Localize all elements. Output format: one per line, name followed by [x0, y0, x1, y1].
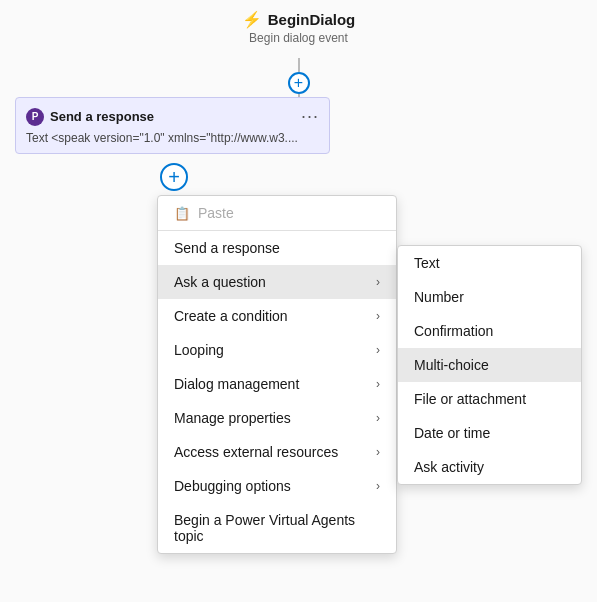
debugging-chevron-icon: › [376, 479, 380, 493]
add-button-main[interactable]: + [160, 163, 188, 191]
response-card-title-container: P Send a response [26, 108, 154, 126]
submenu: Text Number Confirmation Multi-choice Fi… [397, 245, 582, 485]
manage-properties-chevron-icon: › [376, 411, 380, 425]
submenu-item-confirmation-label: Confirmation [414, 323, 493, 339]
begin-dialog-title-container: ⚡ BeginDialog [242, 10, 356, 29]
menu-item-manage-properties[interactable]: Manage properties › [158, 401, 396, 435]
menu-item-send-response[interactable]: Send a response [158, 231, 396, 265]
submenu-item-date-time-label: Date or time [414, 425, 490, 441]
response-card-icon: P [26, 108, 44, 126]
submenu-item-confirmation[interactable]: Confirmation [398, 314, 581, 348]
looping-chevron-icon: › [376, 343, 380, 357]
submenu-item-text-label: Text [414, 255, 440, 271]
menu-item-create-condition-label: Create a condition [174, 308, 288, 324]
response-card-menu-icon[interactable]: ··· [301, 106, 319, 127]
menu-item-create-condition[interactable]: Create a condition › [158, 299, 396, 333]
paste-icon: 📋 [174, 206, 190, 221]
begin-dialog-title-text: BeginDialog [268, 11, 356, 28]
begin-dialog-subtitle: Begin dialog event [249, 31, 348, 45]
menu-item-manage-properties-label: Manage properties [174, 410, 291, 426]
lightning-icon: ⚡ [242, 10, 262, 29]
add-button-top[interactable]: + [288, 72, 310, 94]
menu-item-access-external[interactable]: Access external resources › [158, 435, 396, 469]
submenu-item-file-attachment[interactable]: File or attachment [398, 382, 581, 416]
response-card: P Send a response ··· Text <speak versio… [15, 97, 330, 154]
create-condition-chevron-icon: › [376, 309, 380, 323]
menu-item-paste-label: Paste [198, 205, 234, 221]
menu-item-ask-question-label: Ask a question [174, 274, 266, 290]
menu-item-debugging[interactable]: Debugging options › [158, 469, 396, 503]
access-external-chevron-icon: › [376, 445, 380, 459]
response-card-header: P Send a response ··· [26, 106, 319, 127]
menu-item-send-response-label: Send a response [174, 240, 280, 256]
menu-item-begin-pva-label: Begin a Power Virtual Agents topic [174, 512, 380, 544]
menu-item-ask-question[interactable]: Ask a question › [158, 265, 396, 299]
response-card-title-text: Send a response [50, 109, 154, 124]
submenu-item-multi-choice[interactable]: Multi-choice [398, 348, 581, 382]
submenu-item-file-attachment-label: File or attachment [414, 391, 526, 407]
response-card-body: Text <speak version="1.0" xmlns="http://… [26, 131, 319, 145]
menu-item-looping[interactable]: Looping › [158, 333, 396, 367]
submenu-item-ask-activity[interactable]: Ask activity [398, 450, 581, 484]
dialog-management-chevron-icon: › [376, 377, 380, 391]
menu-item-dialog-management-label: Dialog management [174, 376, 299, 392]
submenu-item-number[interactable]: Number [398, 280, 581, 314]
begin-dialog-node: ⚡ BeginDialog Begin dialog event [242, 10, 356, 45]
menu-item-dialog-management[interactable]: Dialog management › [158, 367, 396, 401]
submenu-item-number-label: Number [414, 289, 464, 305]
submenu-item-multi-choice-label: Multi-choice [414, 357, 489, 373]
menu-item-begin-pva[interactable]: Begin a Power Virtual Agents topic [158, 503, 396, 553]
context-menu: 📋 Paste Send a response Ask a question ›… [157, 195, 397, 554]
ask-question-chevron-icon: › [376, 275, 380, 289]
connector-line-top [298, 58, 300, 72]
menu-item-debugging-label: Debugging options [174, 478, 291, 494]
menu-item-access-external-label: Access external resources [174, 444, 338, 460]
menu-item-paste[interactable]: 📋 Paste [158, 196, 396, 230]
canvas: ⚡ BeginDialog Begin dialog event + P Sen… [0, 0, 597, 602]
submenu-item-ask-activity-label: Ask activity [414, 459, 484, 475]
menu-item-looping-label: Looping [174, 342, 224, 358]
submenu-item-text[interactable]: Text [398, 246, 581, 280]
submenu-item-date-time[interactable]: Date or time [398, 416, 581, 450]
plus-connector: + [160, 163, 188, 191]
